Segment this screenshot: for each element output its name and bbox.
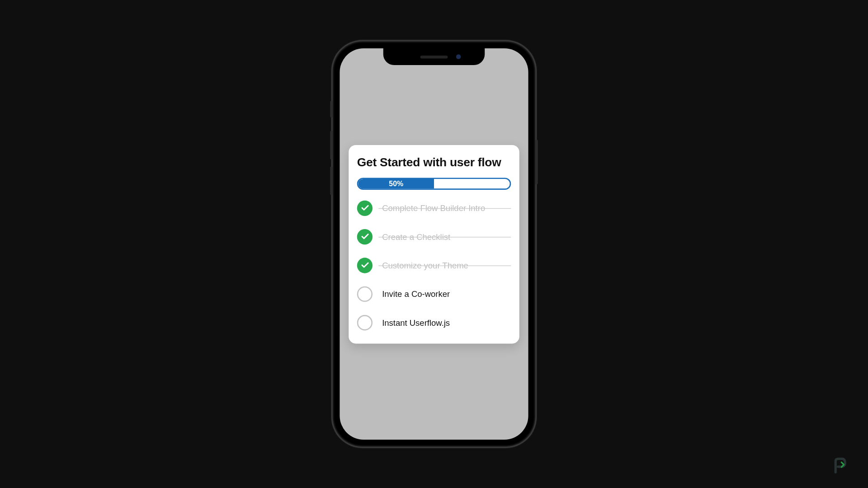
phone-speaker xyxy=(420,55,448,58)
phone-screen: Get Started with user flow 50% Complete … xyxy=(340,48,528,440)
checklist-item-label: Customize your Theme xyxy=(382,260,511,270)
checklist-item-label: Complete Flow Builder Intro xyxy=(382,203,511,213)
circle-icon xyxy=(357,314,373,330)
circle-icon xyxy=(357,286,373,301)
phone-mute-switch xyxy=(330,101,332,117)
phone-frame: Get Started with user flow 50% Complete … xyxy=(333,41,536,447)
phone-volume-down xyxy=(330,166,332,195)
checklist-item-invite-a-co-worker[interactable]: Invite a Co-worker xyxy=(357,286,511,301)
checklist: Complete Flow Builder Intro Create a Che… xyxy=(357,200,511,330)
phone-notch xyxy=(383,48,485,65)
onboarding-card: Get Started with user flow 50% Complete … xyxy=(349,145,519,343)
phone-volume-up xyxy=(330,131,332,159)
checklist-item-label: Invite a Co-worker xyxy=(382,289,511,299)
progress-fill: 50% xyxy=(358,178,434,188)
phone-power-button xyxy=(535,140,538,184)
progress-bar: 50% xyxy=(357,178,511,189)
check-icon xyxy=(357,229,373,244)
check-icon xyxy=(357,258,373,273)
checklist-item-instant-userflow-js[interactable]: Instant Userflow.js xyxy=(357,314,511,330)
checklist-item-customize-your-theme[interactable]: Customize your Theme xyxy=(357,258,511,273)
checklist-item-create-a-checklist[interactable]: Create a Checklist xyxy=(357,229,511,244)
checklist-item-label: Instant Userflow.js xyxy=(382,318,511,327)
checklist-item-complete-flow-builder-intro[interactable]: Complete Flow Builder Intro xyxy=(357,200,511,216)
phone-camera xyxy=(456,54,461,59)
brand-logo-icon xyxy=(830,456,849,475)
card-title: Get Started with user flow xyxy=(357,155,511,169)
check-icon xyxy=(357,200,373,216)
checklist-item-label: Create a Checklist xyxy=(382,232,511,241)
